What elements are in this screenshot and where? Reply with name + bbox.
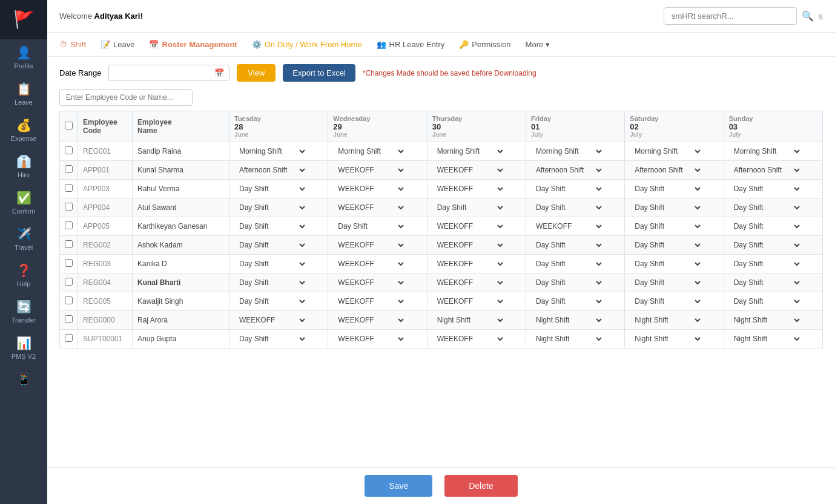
shift-dropdown[interactable]: Morning ShiftAfternoon ShiftDay ShiftNig…: [531, 258, 604, 270]
delete-button[interactable]: Delete: [444, 475, 517, 497]
shift-dropdown[interactable]: Morning ShiftAfternoon ShiftDay ShiftNig…: [531, 164, 604, 176]
shift-dropdown[interactable]: Morning ShiftAfternoon ShiftDay ShiftNig…: [630, 183, 702, 195]
tab-leave[interactable]: 📝 Leave: [101, 38, 134, 51]
shift-dropdown[interactable]: Morning ShiftAfternoon ShiftDay ShiftNig…: [432, 164, 505, 176]
shift-dropdown[interactable]: Morning ShiftAfternoon ShiftDay ShiftNig…: [729, 239, 802, 251]
shift-dropdown[interactable]: Morning ShiftAfternoon ShiftDay ShiftNig…: [729, 164, 802, 176]
shift-dropdown[interactable]: Morning ShiftAfternoon ShiftDay ShiftNig…: [234, 183, 307, 195]
shift-dropdown[interactable]: Morning ShiftAfternoon ShiftDay ShiftNig…: [333, 258, 406, 270]
shift-dropdown[interactable]: Morning ShiftAfternoon ShiftDay ShiftNig…: [432, 183, 505, 195]
shift-dropdown[interactable]: Morning ShiftAfternoon ShiftDay ShiftNig…: [531, 183, 604, 195]
shift-dropdown[interactable]: Morning ShiftAfternoon ShiftDay ShiftNig…: [432, 258, 505, 270]
shift-dropdown[interactable]: Morning ShiftAfternoon ShiftDay ShiftNig…: [234, 295, 307, 307]
shift-dropdown[interactable]: Morning ShiftAfternoon ShiftDay ShiftNig…: [432, 314, 505, 326]
search-button[interactable]: 🔍: [802, 10, 814, 22]
shift-dropdown[interactable]: Morning ShiftAfternoon ShiftDay ShiftNig…: [432, 333, 505, 345]
shift-dropdown[interactable]: Morning ShiftAfternoon ShiftDay ShiftNig…: [333, 295, 406, 307]
sidebar-item-travel[interactable]: ✈️ Travel: [0, 221, 47, 257]
shift-dropdown[interactable]: Morning ShiftAfternoon ShiftDay ShiftNig…: [234, 145, 307, 157]
shift-dropdown[interactable]: Morning ShiftAfternoon ShiftDay ShiftNig…: [531, 239, 604, 251]
shift-dropdown[interactable]: Morning ShiftAfternoon ShiftDay ShiftNig…: [531, 220, 604, 232]
shift-dropdown[interactable]: Morning ShiftAfternoon ShiftDay ShiftNig…: [333, 164, 406, 176]
shift-dropdown[interactable]: Morning ShiftAfternoon ShiftDay ShiftNig…: [729, 314, 802, 326]
shift-dropdown[interactable]: Morning ShiftAfternoon ShiftDay ShiftNig…: [630, 201, 702, 214]
shift-dropdown[interactable]: Morning ShiftAfternoon ShiftDay ShiftNig…: [432, 295, 505, 307]
shift-dropdown[interactable]: Morning ShiftAfternoon ShiftDay ShiftNig…: [729, 183, 802, 195]
shift-dropdown[interactable]: Morning ShiftAfternoon ShiftDay ShiftNig…: [234, 164, 307, 176]
shift-dropdown[interactable]: Morning ShiftAfternoon ShiftDay ShiftNig…: [630, 145, 702, 157]
sidebar-item-transfer[interactable]: 🔄 Transfer: [0, 293, 47, 330]
shift-dropdown[interactable]: Morning ShiftAfternoon ShiftDay ShiftNig…: [531, 201, 604, 214]
view-button[interactable]: View: [237, 64, 276, 82]
sidebar-item-profile[interactable]: 👤 Profile: [0, 39, 47, 76]
shift-dropdown[interactable]: Morning ShiftAfternoon ShiftDay ShiftNig…: [630, 239, 702, 251]
shift-dropdown[interactable]: Morning ShiftAfternoon ShiftDay ShiftNig…: [333, 220, 406, 232]
shift-dropdown[interactable]: Morning ShiftAfternoon ShiftDay ShiftNig…: [630, 277, 702, 289]
shift-dropdown[interactable]: Morning ShiftAfternoon ShiftDay ShiftNig…: [333, 277, 406, 289]
shift-dropdown[interactable]: Morning ShiftAfternoon ShiftDay ShiftNig…: [333, 183, 406, 195]
shift-dropdown[interactable]: Morning ShiftAfternoon ShiftDay ShiftNig…: [432, 145, 505, 157]
row-checkbox[interactable]: [65, 296, 73, 304]
shift-dropdown[interactable]: Morning ShiftAfternoon ShiftDay ShiftNig…: [531, 277, 604, 289]
sidebar-item-pms[interactable]: 📊 PMS V2: [0, 330, 47, 366]
shift-dropdown[interactable]: Morning ShiftAfternoon ShiftDay ShiftNig…: [630, 295, 702, 307]
tab-more[interactable]: More ▾: [526, 38, 550, 51]
shift-dropdown[interactable]: Morning ShiftAfternoon ShiftDay ShiftNig…: [630, 164, 702, 176]
shift-dropdown[interactable]: Morning ShiftAfternoon ShiftDay ShiftNig…: [333, 333, 406, 345]
export-button[interactable]: Export to Excel: [283, 64, 355, 82]
shift-dropdown[interactable]: Morning ShiftAfternoon ShiftDay ShiftNig…: [432, 201, 505, 214]
shift-dropdown[interactable]: Morning ShiftAfternoon ShiftDay ShiftNig…: [432, 277, 505, 289]
shift-dropdown[interactable]: Morning ShiftAfternoon ShiftDay ShiftNig…: [630, 333, 702, 345]
shift-dropdown[interactable]: Morning ShiftAfternoon ShiftDay ShiftNig…: [432, 239, 505, 251]
shift-dropdown[interactable]: Morning ShiftAfternoon ShiftDay ShiftNig…: [234, 277, 307, 289]
tab-permission[interactable]: 🔑 Permission: [459, 38, 510, 51]
shift-dropdown[interactable]: Morning ShiftAfternoon ShiftDay ShiftNig…: [729, 201, 802, 214]
shift-dropdown[interactable]: Morning ShiftAfternoon ShiftDay ShiftNig…: [630, 258, 702, 270]
shift-dropdown[interactable]: Morning ShiftAfternoon ShiftDay ShiftNig…: [531, 145, 604, 157]
shift-dropdown[interactable]: Morning ShiftAfternoon ShiftDay ShiftNig…: [729, 258, 802, 270]
shift-dropdown[interactable]: Morning ShiftAfternoon ShiftDay ShiftNig…: [234, 333, 307, 345]
row-checkbox[interactable]: [65, 315, 73, 323]
shift-dropdown[interactable]: Morning ShiftAfternoon ShiftDay ShiftNig…: [729, 220, 802, 232]
sidebar-item-hire[interactable]: 👔 Hire: [0, 148, 47, 185]
tab-shift[interactable]: ⏱ Shift: [59, 38, 86, 51]
shift-dropdown[interactable]: Morning ShiftAfternoon ShiftDay ShiftNig…: [729, 145, 802, 157]
shift-dropdown[interactable]: Morning ShiftAfternoon ShiftDay ShiftNig…: [531, 295, 604, 307]
shift-dropdown[interactable]: Morning ShiftAfternoon ShiftDay ShiftNig…: [531, 333, 604, 345]
shift-dropdown[interactable]: Morning ShiftAfternoon ShiftDay ShiftNig…: [234, 239, 307, 251]
shift-dropdown[interactable]: Morning ShiftAfternoon ShiftDay ShiftNig…: [333, 314, 406, 326]
tab-hr-leave[interactable]: 👥 HR Leave Entry: [377, 38, 445, 51]
shift-dropdown[interactable]: Morning ShiftAfternoon ShiftDay ShiftNig…: [729, 295, 802, 307]
shift-dropdown[interactable]: Morning ShiftAfternoon ShiftDay ShiftNig…: [432, 220, 505, 232]
row-checkbox[interactable]: [65, 184, 73, 192]
sidebar-item-leave[interactable]: 📋 Leave: [0, 76, 47, 112]
shift-dropdown[interactable]: Morning ShiftAfternoon ShiftDay ShiftNig…: [630, 220, 702, 232]
row-checkbox[interactable]: [65, 334, 73, 342]
tab-onduty[interactable]: ⚙️ On Duty / Work From Home: [252, 38, 362, 51]
date-range-picker[interactable]: 📅: [108, 65, 229, 81]
row-checkbox[interactable]: [65, 221, 73, 229]
sidebar-item-expense[interactable]: 💰 Expense: [0, 112, 47, 148]
shift-dropdown[interactable]: Morning ShiftAfternoon ShiftDay ShiftNig…: [234, 314, 307, 326]
row-checkbox[interactable]: [65, 259, 73, 267]
shift-dropdown[interactable]: Morning ShiftAfternoon ShiftDay ShiftNig…: [333, 201, 406, 214]
row-checkbox[interactable]: [65, 203, 73, 211]
row-checkbox[interactable]: [65, 240, 73, 248]
shift-dropdown[interactable]: Morning ShiftAfternoon ShiftDay ShiftNig…: [234, 201, 307, 214]
sidebar-item-help[interactable]: ❓ Help: [0, 257, 47, 293]
row-checkbox[interactable]: [65, 146, 73, 154]
search-input[interactable]: [664, 7, 797, 25]
sidebar-item-confirm[interactable]: ✅ Confirm: [0, 185, 47, 221]
shift-dropdown[interactable]: Morning ShiftAfternoon ShiftDay ShiftNig…: [729, 333, 802, 345]
save-button[interactable]: Save: [365, 475, 432, 497]
sidebar-item-mobile[interactable]: 📱: [0, 366, 47, 393]
shift-dropdown[interactable]: Morning ShiftAfternoon ShiftDay ShiftNig…: [234, 258, 307, 270]
shift-dropdown[interactable]: Morning ShiftAfternoon ShiftDay ShiftNig…: [234, 220, 307, 232]
shift-dropdown[interactable]: Morning ShiftAfternoon ShiftDay ShiftNig…: [531, 314, 604, 326]
row-checkbox[interactable]: [65, 278, 73, 286]
select-all-checkbox[interactable]: [65, 122, 73, 129]
employee-search-input[interactable]: [59, 89, 193, 106]
shift-dropdown[interactable]: Morning ShiftAfternoon ShiftDay ShiftNig…: [333, 239, 406, 251]
shift-dropdown[interactable]: Morning ShiftAfternoon ShiftDay ShiftNig…: [630, 314, 702, 326]
tab-roster[interactable]: 📅 Roster Management: [149, 38, 237, 51]
